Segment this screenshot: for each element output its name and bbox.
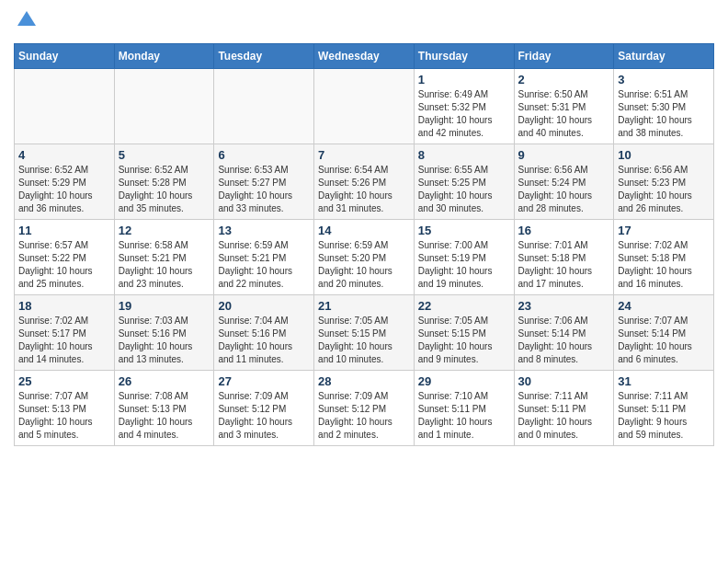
calendar-cell: 7Sunrise: 6:54 AM Sunset: 5:26 PM Daylig… xyxy=(314,144,415,219)
day-number: 10 xyxy=(618,148,710,162)
calendar-cell: 6Sunrise: 6:53 AM Sunset: 5:27 PM Daylig… xyxy=(214,144,314,219)
day-info: Sunrise: 6:52 AM Sunset: 5:29 PM Dayligh… xyxy=(18,164,110,215)
day-number: 20 xyxy=(218,299,310,313)
day-number: 31 xyxy=(618,374,710,388)
day-info: Sunrise: 7:05 AM Sunset: 5:15 PM Dayligh… xyxy=(418,315,510,366)
weekday-header-monday: Monday xyxy=(114,43,214,68)
calendar-cell: 19Sunrise: 7:03 AM Sunset: 5:16 PM Dayli… xyxy=(114,294,214,370)
day-info: Sunrise: 6:55 AM Sunset: 5:25 PM Dayligh… xyxy=(418,164,510,215)
day-info: Sunrise: 7:00 AM Sunset: 5:19 PM Dayligh… xyxy=(418,239,510,291)
day-number: 14 xyxy=(318,224,410,237)
day-number: 24 xyxy=(618,299,710,313)
day-number: 25 xyxy=(18,374,110,388)
day-number: 29 xyxy=(418,374,510,388)
day-info: Sunrise: 7:10 AM Sunset: 5:11 PM Dayligh… xyxy=(418,390,510,442)
day-info: Sunrise: 6:59 AM Sunset: 5:20 PM Dayligh… xyxy=(318,239,410,291)
svg-marker-0 xyxy=(17,11,36,26)
calendar-cell: 5Sunrise: 6:52 AM Sunset: 5:28 PM Daylig… xyxy=(114,144,214,219)
logo-text xyxy=(14,9,38,36)
day-info: Sunrise: 7:03 AM Sunset: 5:16 PM Dayligh… xyxy=(119,315,210,366)
weekday-header-friday: Friday xyxy=(514,43,614,68)
weekday-header-wednesday: Wednesday xyxy=(314,43,415,68)
day-number: 27 xyxy=(218,374,310,388)
day-number: 30 xyxy=(518,374,610,388)
day-info: Sunrise: 6:54 AM Sunset: 5:26 PM Dayligh… xyxy=(318,164,410,215)
day-number: 3 xyxy=(618,73,710,86)
weekday-header-tuesday: Tuesday xyxy=(214,43,314,68)
logo xyxy=(14,9,38,36)
day-info: Sunrise: 7:09 AM Sunset: 5:12 PM Dayligh… xyxy=(218,390,310,442)
calendar-table: SundayMondayTuesdayWednesdayThursdayFrid… xyxy=(14,43,714,446)
weekday-header-saturday: Saturday xyxy=(614,43,714,68)
day-number: 13 xyxy=(218,224,310,237)
day-info: Sunrise: 6:52 AM Sunset: 5:28 PM Dayligh… xyxy=(119,164,210,215)
calendar-cell xyxy=(114,68,214,144)
calendar-cell: 14Sunrise: 6:59 AM Sunset: 5:20 PM Dayli… xyxy=(314,219,415,294)
day-number: 28 xyxy=(318,374,410,388)
weekday-header-thursday: Thursday xyxy=(414,43,514,68)
day-info: Sunrise: 7:05 AM Sunset: 5:15 PM Dayligh… xyxy=(318,315,410,366)
day-number: 17 xyxy=(618,224,710,237)
calendar-cell: 3Sunrise: 6:51 AM Sunset: 5:30 PM Daylig… xyxy=(614,68,714,144)
day-number: 15 xyxy=(418,224,510,237)
calendar-cell: 23Sunrise: 7:06 AM Sunset: 5:14 PM Dayli… xyxy=(514,294,614,370)
day-number: 9 xyxy=(518,148,610,162)
calendar-cell: 22Sunrise: 7:05 AM Sunset: 5:15 PM Dayli… xyxy=(414,294,514,370)
day-number: 23 xyxy=(518,299,610,313)
day-info: Sunrise: 6:53 AM Sunset: 5:27 PM Dayligh… xyxy=(218,164,310,215)
day-number: 4 xyxy=(18,148,110,162)
day-info: Sunrise: 7:11 AM Sunset: 5:11 PM Dayligh… xyxy=(518,390,610,442)
day-info: Sunrise: 6:56 AM Sunset: 5:24 PM Dayligh… xyxy=(518,164,610,215)
calendar-cell: 2Sunrise: 6:50 AM Sunset: 5:31 PM Daylig… xyxy=(514,68,614,144)
day-info: Sunrise: 7:04 AM Sunset: 5:16 PM Dayligh… xyxy=(218,315,310,366)
day-info: Sunrise: 6:57 AM Sunset: 5:22 PM Dayligh… xyxy=(18,239,110,291)
day-info: Sunrise: 6:49 AM Sunset: 5:32 PM Dayligh… xyxy=(418,88,510,140)
calendar-cell: 17Sunrise: 7:02 AM Sunset: 5:18 PM Dayli… xyxy=(614,219,714,294)
day-info: Sunrise: 6:50 AM Sunset: 5:31 PM Dayligh… xyxy=(518,88,610,140)
calendar-cell: 10Sunrise: 6:56 AM Sunset: 5:23 PM Dayli… xyxy=(614,144,714,219)
calendar-cell: 20Sunrise: 7:04 AM Sunset: 5:16 PM Dayli… xyxy=(214,294,314,370)
calendar-cell xyxy=(314,68,415,144)
day-info: Sunrise: 7:07 AM Sunset: 5:14 PM Dayligh… xyxy=(618,315,710,366)
calendar-cell: 29Sunrise: 7:10 AM Sunset: 5:11 PM Dayli… xyxy=(414,370,514,445)
calendar-cell: 11Sunrise: 6:57 AM Sunset: 5:22 PM Dayli… xyxy=(15,219,115,294)
day-number: 12 xyxy=(119,224,210,237)
calendar-cell: 30Sunrise: 7:11 AM Sunset: 5:11 PM Dayli… xyxy=(514,370,614,445)
calendar-cell: 18Sunrise: 7:02 AM Sunset: 5:17 PM Dayli… xyxy=(15,294,115,370)
day-number: 21 xyxy=(318,299,410,313)
day-number: 22 xyxy=(418,299,510,313)
day-info: Sunrise: 7:02 AM Sunset: 5:17 PM Dayligh… xyxy=(18,315,110,366)
page-header xyxy=(14,9,714,36)
day-number: 5 xyxy=(119,148,210,162)
calendar-cell: 4Sunrise: 6:52 AM Sunset: 5:29 PM Daylig… xyxy=(15,144,115,219)
calendar-cell: 12Sunrise: 6:58 AM Sunset: 5:21 PM Dayli… xyxy=(114,219,214,294)
calendar-cell: 28Sunrise: 7:09 AM Sunset: 5:12 PM Dayli… xyxy=(314,370,415,445)
calendar-cell: 1Sunrise: 6:49 AM Sunset: 5:32 PM Daylig… xyxy=(414,68,514,144)
day-number: 2 xyxy=(518,73,610,86)
day-number: 1 xyxy=(418,73,510,86)
calendar-cell: 15Sunrise: 7:00 AM Sunset: 5:19 PM Dayli… xyxy=(414,219,514,294)
calendar-cell: 26Sunrise: 7:08 AM Sunset: 5:13 PM Dayli… xyxy=(114,370,214,445)
calendar-cell: 21Sunrise: 7:05 AM Sunset: 5:15 PM Dayli… xyxy=(314,294,415,370)
day-number: 6 xyxy=(218,148,310,162)
day-info: Sunrise: 7:08 AM Sunset: 5:13 PM Dayligh… xyxy=(119,390,210,442)
day-info: Sunrise: 7:01 AM Sunset: 5:18 PM Dayligh… xyxy=(518,239,610,291)
calendar-cell: 25Sunrise: 7:07 AM Sunset: 5:13 PM Dayli… xyxy=(15,370,115,445)
calendar-cell: 13Sunrise: 6:59 AM Sunset: 5:21 PM Dayli… xyxy=(214,219,314,294)
day-number: 16 xyxy=(518,224,610,237)
calendar-cell: 8Sunrise: 6:55 AM Sunset: 5:25 PM Daylig… xyxy=(414,144,514,219)
day-info: Sunrise: 6:51 AM Sunset: 5:30 PM Dayligh… xyxy=(618,88,710,140)
day-number: 19 xyxy=(119,299,210,313)
day-number: 7 xyxy=(318,148,410,162)
calendar-cell xyxy=(15,68,115,144)
calendar-cell: 24Sunrise: 7:07 AM Sunset: 5:14 PM Dayli… xyxy=(614,294,714,370)
day-info: Sunrise: 7:06 AM Sunset: 5:14 PM Dayligh… xyxy=(518,315,610,366)
day-number: 26 xyxy=(119,374,210,388)
calendar-cell: 16Sunrise: 7:01 AM Sunset: 5:18 PM Dayli… xyxy=(514,219,614,294)
calendar-cell: 27Sunrise: 7:09 AM Sunset: 5:12 PM Dayli… xyxy=(214,370,314,445)
day-info: Sunrise: 6:58 AM Sunset: 5:21 PM Dayligh… xyxy=(119,239,210,291)
day-info: Sunrise: 7:07 AM Sunset: 5:13 PM Dayligh… xyxy=(18,390,110,442)
weekday-header-sunday: Sunday xyxy=(15,43,115,68)
day-number: 11 xyxy=(18,224,110,237)
day-number: 8 xyxy=(418,148,510,162)
